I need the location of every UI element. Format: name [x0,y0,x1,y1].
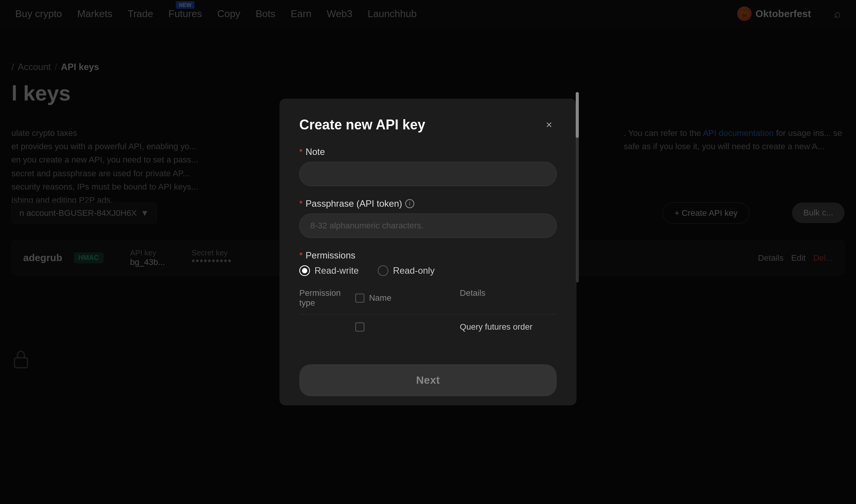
passphrase-label: * Passphrase (API token) i [299,198,557,209]
perm-table-row: Query futures order [299,314,557,340]
permissions-field-group: * Permissions Read-write Read-only [299,250,557,276]
note-input[interactable] [299,162,557,186]
perm-col-name: Name [355,288,452,308]
modal-create-api-key: Create new API key × * Note * Passphrase… [279,99,577,405]
next-button[interactable]: Next [299,364,557,396]
permissions-label: * Permissions [299,250,557,261]
perm-row-detail: Query futures order [460,322,557,332]
passphrase-input[interactable] [299,214,557,238]
close-button[interactable]: × [541,117,557,132]
passphrase-field-group: * Passphrase (API token) i [299,198,557,238]
note-required-star: * [299,147,303,157]
modal-overlay: Create new API key × * Note * Passphrase… [0,0,856,504]
note-field-group: * Note [299,147,557,186]
perm-col-type: Permission type [299,288,348,308]
scrollbar-thumb[interactable] [576,92,579,138]
perm-select-all-checkbox[interactable] [355,293,364,303]
permission-table: Permission type Name Details Query futur… [299,288,557,340]
perm-col-details: Details [460,288,557,308]
perm-row-checkbox[interactable] [355,322,364,332]
modal-footer: Next [299,355,557,405]
passphrase-required-star: * [299,199,303,209]
modal-header: Create new API key × [299,117,557,133]
read-only-option[interactable]: Read-only [378,265,434,276]
modal-body[interactable]: * Note * Passphrase (API token) i [299,147,557,355]
perm-table-header: Permission type Name Details [299,288,557,314]
permissions-required-star: * [299,250,303,260]
modal-title: Create new API key [299,117,425,133]
note-label: * Note [299,147,557,157]
read-write-option[interactable]: Read-write [299,265,359,276]
passphrase-info-icon[interactable]: i [405,199,414,208]
read-only-radio[interactable] [378,265,388,276]
read-write-radio[interactable] [299,265,310,276]
permissions-row: Read-write Read-only [299,265,557,276]
